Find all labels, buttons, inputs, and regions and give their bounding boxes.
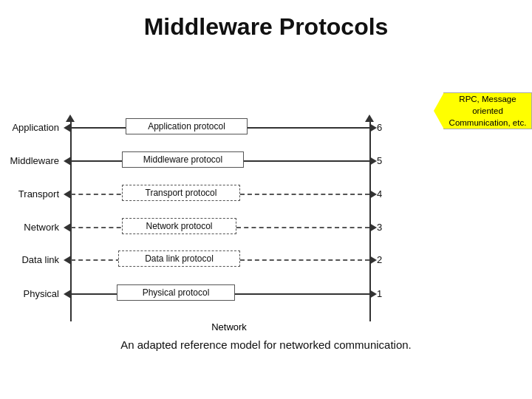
num-4: 4 bbox=[377, 188, 382, 200]
num-5: 5 bbox=[377, 155, 382, 166]
label-datalink: Data link bbox=[7, 254, 59, 265]
label-application: Application bbox=[7, 122, 59, 133]
network-bottom-label: Network bbox=[148, 321, 310, 332]
legend-text: RPC, Message orientedCommunication, etc. bbox=[444, 92, 531, 130]
num-6: 6 bbox=[377, 122, 382, 133]
proto-physical: Physical protocol bbox=[117, 284, 235, 301]
proto-datalink: Data link protocol bbox=[118, 250, 240, 267]
legend-area: RPC, Message orientedCommunication, etc. bbox=[443, 92, 532, 129]
caption: An adapted reference model for networked… bbox=[0, 338, 532, 351]
num-1: 1 bbox=[377, 288, 382, 299]
label-middleware: Middleware bbox=[7, 155, 59, 166]
label-network: Network bbox=[7, 222, 59, 233]
diagram: Application Application protocol 6 Middl… bbox=[7, 52, 436, 332]
label-physical: Physical bbox=[7, 288, 59, 299]
num-2: 2 bbox=[377, 254, 382, 265]
proto-application: Application protocol bbox=[126, 118, 248, 134]
num-3: 3 bbox=[377, 222, 382, 233]
page-title: Middleware Protocols bbox=[0, 0, 532, 48]
label-transport: Transport bbox=[7, 188, 59, 200]
proto-network: Network protocol bbox=[122, 218, 236, 234]
proto-middleware: Middleware protocol bbox=[122, 151, 244, 168]
proto-transport: Transport protocol bbox=[122, 185, 240, 201]
